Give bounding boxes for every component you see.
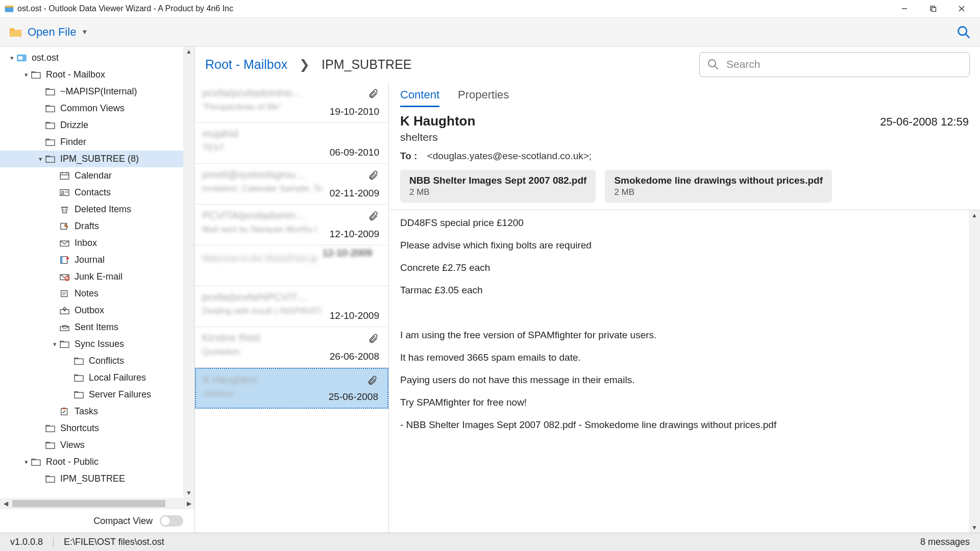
tree-node[interactable]: ▾Sync Issues [0, 336, 194, 353]
list-sender: pcvita/pcvitadomino… [202, 87, 381, 99]
list-date: 12-10-2009 [330, 229, 379, 240]
message-list[interactable]: pcvita/pcvitadomino…"Perspectives of lif… [195, 82, 389, 533]
tree-label: Root - Public [46, 457, 99, 467]
tree-label: Tasks [75, 406, 98, 417]
tree-label: Outbox [75, 305, 104, 316]
tree-node[interactable]: Finder [0, 134, 194, 151]
tree-label: Calendar [75, 170, 112, 181]
expand-icon[interactable]: ▾ [7, 54, 16, 62]
expand-icon[interactable]: ▾ [21, 71, 31, 79]
notes-icon [59, 289, 70, 298]
scroll-down-icon[interactable]: ▼ [971, 522, 977, 533]
list-sender: PCVITA/pcvitadomin… [202, 210, 381, 221]
list-item[interactable]: pcvita/pcvita%PCVIT…Dealing with insult … [195, 286, 388, 327]
tree-label: Views [60, 440, 85, 450]
message-subject: shelters [400, 131, 969, 143]
expand-icon[interactable]: ▾ [21, 458, 31, 466]
list-item[interactable]: preeti@systoolsgrou…Invitation: Calendar… [195, 164, 388, 205]
search-box[interactable]: Search [699, 52, 970, 77]
scroll-up-icon[interactable]: ▲ [971, 210, 977, 220]
attachment-icon [368, 170, 379, 180]
list-date: 02-11-2009 [330, 188, 379, 199]
to-label: To : [400, 151, 417, 161]
svg-line-8 [966, 34, 969, 37]
tree-node[interactable]: Calendar [0, 167, 194, 184]
breadcrumb-root[interactable]: Root - Mailbox [205, 57, 287, 71]
tree-label: ~MAPISP(Internal) [60, 86, 137, 97]
list-sender: K Haughton [203, 374, 380, 386]
attachment-icon [367, 375, 378, 385]
tree-node[interactable]: Inbox [0, 235, 194, 252]
message-from: K Haughton [400, 113, 475, 129]
list-item[interactable]: mujahidTEST06-09-2010 [195, 123, 388, 164]
scroll-right-icon[interactable]: ▶ [183, 500, 194, 507]
expand-icon[interactable]: ▾ [50, 340, 59, 348]
body-vscroll[interactable]: ▲▼ [969, 210, 980, 533]
tree-node[interactable]: Views [0, 437, 194, 454]
breadcrumb-current: IPM_SUBTREE [322, 57, 411, 71]
tree-node[interactable]: Drafts [0, 218, 194, 235]
tree-node[interactable]: Notes [0, 285, 194, 302]
list-item[interactable]: PCVITA/pcvitadomin…Mail sent by Narayan … [195, 205, 388, 245]
tree-node[interactable]: Conflicts [0, 353, 194, 369]
tree-node[interactable]: Journal [0, 252, 194, 268]
tree-node[interactable]: Common Views [0, 100, 194, 117]
tree-node[interactable]: IPM_SUBTREE [0, 470, 194, 487]
tab-content[interactable]: Content [400, 88, 439, 107]
svg-rect-12 [46, 89, 55, 95]
tree-label: Drizzle [60, 120, 88, 131]
tree-node[interactable]: Outbox [0, 302, 194, 319]
tree-node[interactable]: Tasks [0, 403, 194, 420]
message-body: DD48FS special price £1200Please advise … [389, 210, 980, 533]
tab-properties[interactable]: Properties [458, 88, 509, 107]
tree-node[interactable]: ▾Root - Mailbox [0, 66, 194, 83]
list-item[interactable]: pcvita/pcvitadomino…"Perspectives of lif… [195, 82, 388, 123]
tree-node[interactable]: Local Failures [0, 369, 194, 386]
list-item[interactable]: Welcome to the SharePoint gr12-10-2009 [195, 245, 388, 286]
tree-node[interactable]: Sent Items [0, 319, 194, 336]
svg-rect-1 [5, 6, 14, 7]
tree-node[interactable]: ▾ost.ost [0, 49, 194, 66]
attachment-chip[interactable]: Smokedome line drawings without prices.p… [605, 170, 832, 203]
chevron-right-icon: ❯ [299, 57, 310, 71]
attachment-icon [368, 333, 379, 343]
tree-node[interactable]: Contacts [0, 184, 194, 201]
scroll-down-icon[interactable]: ▼ [186, 488, 192, 498]
tree-node[interactable]: Server Failures [0, 386, 194, 403]
tree-node[interactable]: ▾IPM_SUBTREE (8) [0, 151, 194, 167]
tree-vscroll[interactable]: ▲▼ [183, 46, 194, 498]
list-sender: Kirstine Reid [202, 332, 381, 344]
list-date: 12-10-2009 [330, 310, 379, 321]
compact-view-label: Compact View [93, 516, 153, 527]
list-sender: Welcome to the SharePoint gr12-10-2009 [202, 254, 381, 264]
tree-node[interactable]: Shortcuts [0, 420, 194, 437]
hscroll-thumb[interactable] [12, 500, 165, 507]
tree-node[interactable]: ▾Root - Public [0, 454, 194, 470]
tree-node[interactable]: Drizzle [0, 117, 194, 134]
tree-hscroll[interactable]: ◀ ▶ [0, 498, 194, 509]
tree-node[interactable]: Deleted Items [0, 201, 194, 218]
tree-label: Drafts [75, 221, 99, 232]
global-search-icon[interactable] [957, 25, 971, 39]
svg-rect-43 [75, 359, 83, 364]
list-item[interactable]: Kirstine ReidQuotation26-06-2008 [195, 327, 388, 368]
scroll-up-icon[interactable]: ▲ [186, 46, 192, 57]
close-button[interactable] [947, 0, 976, 18]
svg-rect-14 [46, 123, 55, 129]
folder-icon [45, 87, 56, 96]
open-file-caret[interactable]: ▼ [81, 28, 88, 36]
open-file-button[interactable]: Open File [28, 26, 76, 39]
folder-icon [74, 373, 84, 382]
list-item[interactable]: K Haughtonshelters25-06-2008 [195, 368, 388, 409]
folder-tree[interactable]: ▾ost.ost▾Root - Mailbox~MAPISP(Internal)… [0, 46, 194, 498]
journal-icon [59, 256, 70, 264]
maximize-button[interactable] [919, 0, 947, 18]
compact-view-toggle[interactable] [160, 515, 183, 527]
tree-node[interactable]: Junk E-mail [0, 268, 194, 285]
attachment-chip[interactable]: NBB Shelter Images Sept 2007 082.pdf2 MB [400, 170, 596, 203]
body-line: I am using the free version of SPAMfight… [400, 330, 969, 341]
tree-node[interactable]: ~MAPISP(Internal) [0, 83, 194, 100]
minimize-button[interactable] [890, 0, 919, 18]
expand-icon[interactable]: ▾ [36, 155, 45, 163]
scroll-left-icon[interactable]: ◀ [0, 500, 11, 507]
